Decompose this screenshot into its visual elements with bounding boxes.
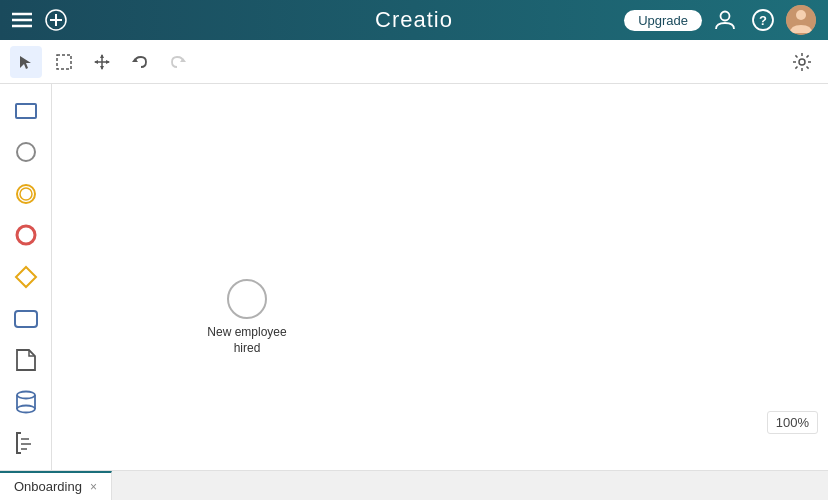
tab-label: Onboarding [14, 479, 82, 494]
svg-text:?: ? [759, 13, 767, 28]
app-logo: Creatio [375, 7, 453, 32]
sidebar-item-intermediate-event[interactable] [7, 175, 45, 213]
sidebar-item-circle[interactable] [7, 134, 45, 172]
node-label: New employee hired [207, 325, 287, 356]
settings-button[interactable] [786, 46, 818, 78]
sidebar-item-subprocess[interactable] [7, 300, 45, 338]
node-shape [227, 279, 267, 319]
toolbar [0, 40, 828, 84]
sidebar-item-rectangle[interactable] [7, 92, 45, 130]
redo-button[interactable] [162, 46, 194, 78]
header-center: Creatio [375, 7, 453, 33]
avatar[interactable] [786, 5, 816, 35]
footer-tabs: Onboarding × [0, 470, 828, 500]
user-icon-button[interactable] [710, 5, 740, 35]
tab-onboarding[interactable]: Onboarding × [0, 471, 112, 500]
svg-marker-27 [16, 267, 36, 287]
tab-close-button[interactable]: × [90, 480, 97, 494]
svg-point-6 [721, 12, 730, 21]
help-icon-button[interactable]: ? [748, 5, 778, 35]
svg-marker-16 [100, 66, 104, 70]
sidebar-item-annotation[interactable] [7, 425, 45, 463]
box-select-tool-button[interactable] [48, 46, 80, 78]
main-area: New employee hired 100% [0, 84, 828, 470]
svg-point-21 [799, 59, 805, 65]
move-tool-button[interactable] [86, 46, 118, 78]
svg-marker-17 [94, 60, 98, 64]
undo-button[interactable] [124, 46, 156, 78]
svg-rect-28 [15, 311, 37, 327]
svg-point-23 [17, 143, 35, 161]
svg-marker-18 [106, 60, 110, 64]
sidebar-item-gateway[interactable] [7, 258, 45, 296]
svg-rect-12 [57, 55, 71, 69]
sidebar-item-end-event[interactable] [7, 217, 45, 255]
sidebar [0, 84, 52, 470]
svg-point-29 [17, 391, 35, 398]
select-tool-button[interactable] [10, 46, 42, 78]
sidebar-item-document[interactable] [7, 341, 45, 379]
sidebar-item-data-store[interactable] [7, 383, 45, 421]
svg-point-32 [17, 405, 35, 412]
svg-marker-11 [20, 56, 31, 69]
start-event-node[interactable]: New employee hired [207, 279, 287, 356]
svg-point-10 [796, 10, 806, 20]
zoom-indicator: 100% [767, 411, 818, 434]
svg-marker-15 [100, 54, 104, 58]
hamburger-button[interactable] [12, 12, 32, 28]
header-right: Upgrade ? [624, 5, 816, 35]
app-header: Creatio Upgrade ? [0, 0, 828, 40]
svg-point-26 [17, 226, 35, 244]
svg-rect-22 [16, 104, 36, 118]
upgrade-button[interactable]: Upgrade [624, 10, 702, 31]
header-left [12, 6, 70, 34]
add-button[interactable] [42, 6, 70, 34]
canvas[interactable]: New employee hired 100% [52, 84, 828, 470]
svg-point-25 [20, 188, 32, 200]
